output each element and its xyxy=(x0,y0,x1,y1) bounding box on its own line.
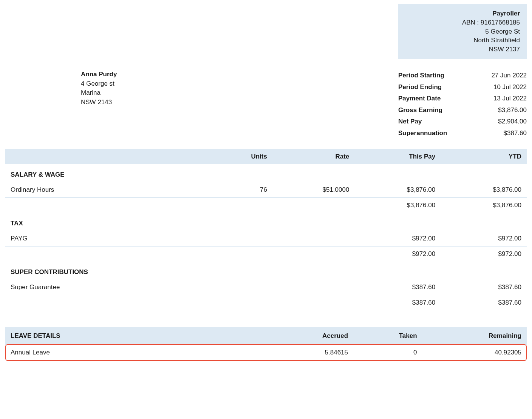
salary-section-header: SALARY & WAGE xyxy=(5,164,527,182)
company-address-1: 5 George St xyxy=(405,27,520,36)
leave-remaining-header: Remaining xyxy=(422,327,527,345)
period-ending-value: 10 Jul 2022 xyxy=(493,82,527,93)
annual-leave-taken: 0 xyxy=(353,345,422,360)
employee-address-3: NSW 2143 xyxy=(81,98,117,107)
super-subtotal-this: $387.60 xyxy=(354,295,441,310)
super-guarantee-row: Super Guarantee $387.60 $387.60 xyxy=(5,280,527,295)
super-section-header: SUPER CONTRIBUTIONS xyxy=(5,262,527,280)
leave-header-row: LEAVE DETAILS Accrued Taken Remaining xyxy=(5,327,527,345)
employee-name: Anna Purdy xyxy=(81,70,117,79)
period-ending-label: Period Ending xyxy=(398,82,442,93)
tax-header-text: TAX xyxy=(5,213,527,231)
payg-label: PAYG xyxy=(5,231,214,246)
info-row: Anna Purdy 4 George st Marina NSW 2143 P… xyxy=(5,70,527,139)
tax-subtotal-this: $972.00 xyxy=(354,246,441,262)
company-name: Payroller xyxy=(405,9,520,18)
ordinary-hours-this: $3,876.00 xyxy=(354,182,441,198)
company-address-3: NSW 2137 xyxy=(405,45,520,54)
net-pay-value: $2,904.00 xyxy=(498,116,527,128)
col-ytd: YTD xyxy=(441,149,527,164)
super-guarantee-this: $387.60 xyxy=(354,280,441,295)
tax-subtotal-row: $972.00 $972.00 xyxy=(5,246,527,262)
pay-summary: Period Starting27 Jun 2022 Period Ending… xyxy=(398,70,527,139)
gross-earning-label: Gross Earning xyxy=(398,105,442,116)
payment-date-label: Payment Date xyxy=(398,93,441,105)
ordinary-hours-ytd: $3,876.00 xyxy=(441,182,527,198)
tax-section-header: TAX xyxy=(5,213,527,231)
super-subtotal-row: $387.60 $387.60 xyxy=(5,295,527,310)
period-starting-value: 27 Jun 2022 xyxy=(491,70,527,82)
payg-ytd: $972.00 xyxy=(441,231,527,246)
employee-address-2: Marina xyxy=(81,88,117,98)
col-blank xyxy=(5,149,214,164)
annual-leave-accrued: 5.84615 xyxy=(266,345,353,360)
ordinary-hours-units: 76 xyxy=(214,182,272,198)
leave-table: LEAVE DETAILS Accrued Taken Remaining An… xyxy=(5,327,527,360)
super-header-text: SUPER CONTRIBUTIONS xyxy=(5,262,527,280)
company-info-box: Payroller ABN : 91617668185 5 George St … xyxy=(398,4,527,59)
employee-info: Anna Purdy 4 George st Marina NSW 2143 xyxy=(81,70,117,139)
ordinary-hours-row: Ordinary Hours 76 $51.0000 $3,876.00 $3,… xyxy=(5,182,527,198)
salary-subtotal-this: $3,876.00 xyxy=(354,197,441,213)
annual-leave-row: Annual Leave 5.84615 0 40.92305 xyxy=(5,345,527,360)
leave-taken-header: Taken xyxy=(353,327,422,345)
superannuation-label: Superannuation xyxy=(398,128,447,139)
superannuation-value: $387.60 xyxy=(504,128,527,139)
earnings-header-row: Units Rate This Pay YTD xyxy=(5,149,527,164)
col-rate: Rate xyxy=(272,149,354,164)
salary-subtotal-ytd: $3,876.00 xyxy=(441,197,527,213)
leave-details-header: LEAVE DETAILS xyxy=(5,327,266,345)
tax-subtotal-ytd: $972.00 xyxy=(441,246,527,262)
employee-address-1: 4 George st xyxy=(81,79,117,89)
salary-header-text: SALARY & WAGE xyxy=(5,164,527,182)
ordinary-hours-rate: $51.0000 xyxy=(272,182,354,198)
ordinary-hours-label: Ordinary Hours xyxy=(5,182,214,198)
super-guarantee-label: Super Guarantee xyxy=(5,280,214,295)
company-address-2: North Strathfield xyxy=(405,36,520,45)
super-subtotal-ytd: $387.60 xyxy=(441,295,527,310)
annual-leave-label: Annual Leave xyxy=(5,345,266,360)
net-pay-label: Net Pay xyxy=(398,116,422,128)
company-abn: ABN : 91617668185 xyxy=(405,18,520,27)
super-guarantee-ytd: $387.60 xyxy=(441,280,527,295)
gross-earning-value: $3,876.00 xyxy=(498,105,527,116)
period-starting-label: Period Starting xyxy=(398,70,444,82)
payg-row: PAYG $972.00 $972.00 xyxy=(5,231,527,246)
earnings-table: Units Rate This Pay YTD SALARY & WAGE Or… xyxy=(5,149,527,310)
salary-subtotal-row: $3,876.00 $3,876.00 xyxy=(5,197,527,213)
col-this-pay: This Pay xyxy=(354,149,441,164)
annual-leave-remaining: 40.92305 xyxy=(422,345,527,360)
col-units: Units xyxy=(214,149,272,164)
payment-date-value: 13 Jul 2022 xyxy=(493,93,527,105)
payg-this: $972.00 xyxy=(354,231,441,246)
leave-accrued-header: Accrued xyxy=(266,327,353,345)
